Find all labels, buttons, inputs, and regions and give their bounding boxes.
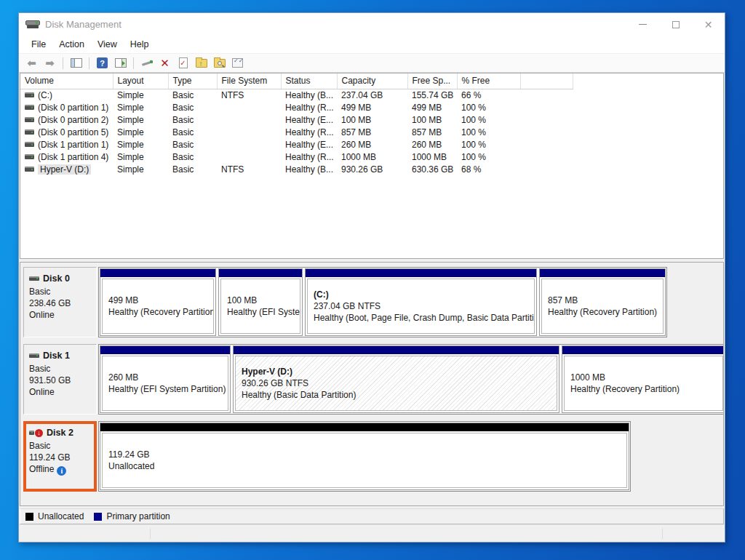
partition[interactable]: 100 MBHealthy (EFI System bbox=[218, 268, 303, 336]
col-type[interactable]: Type bbox=[168, 73, 217, 89]
volume-name: (Disk 1 partition 4) bbox=[38, 152, 108, 162]
primary-partition-bar bbox=[306, 269, 536, 277]
volume-icon bbox=[25, 129, 34, 135]
disk-2-row: ↓ Disk 2 Basic 119.24 GB Offlinei 119.24… bbox=[23, 421, 723, 492]
col-free-space[interactable]: Free Sp... bbox=[407, 73, 457, 89]
partition[interactable]: 1000 MBHealthy (Recovery Partition) bbox=[562, 345, 724, 413]
toolbar-separator bbox=[63, 57, 63, 69]
tool-icon[interactable] bbox=[138, 55, 155, 71]
disk-icon bbox=[29, 353, 39, 358]
disk-0-info-panel[interactable]: Disk 0 Basic 238.46 GB Online bbox=[23, 267, 97, 337]
disk-name: Disk 2 bbox=[47, 427, 73, 439]
back-icon[interactable]: ⬅ bbox=[23, 55, 40, 71]
disk-state: Online bbox=[29, 309, 92, 321]
table-row[interactable]: (Disk 1 partition 1) SimpleBasic Healthy… bbox=[20, 138, 573, 151]
disk-1-info-panel[interactable]: Disk 1 Basic 931.50 GB Online bbox=[23, 344, 97, 415]
disk-1-row: Disk 1 Basic 931.50 GB Online 260 MBHeal… bbox=[23, 344, 723, 415]
volume-name: (C:) bbox=[38, 90, 52, 100]
menu-help[interactable]: Help bbox=[124, 37, 156, 52]
legend-primary-partition: Primary partition bbox=[94, 511, 170, 521]
close-button[interactable]: ✕ bbox=[692, 13, 725, 36]
disk-kind: Basic bbox=[29, 440, 92, 452]
disk-0-row: Disk 0 Basic 238.46 GB Online 499 MBHeal… bbox=[23, 267, 723, 337]
disk-2-info-panel-highlighted[interactable]: ↓ Disk 2 Basic 119.24 GB Offlinei bbox=[23, 421, 97, 492]
col-status[interactable]: Status bbox=[281, 73, 337, 89]
toolbar-separator bbox=[133, 57, 134, 69]
volume-table: Volume Layout Type File System Status Ca… bbox=[20, 73, 573, 175]
primary-partition-swatch bbox=[94, 513, 102, 521]
minimize-button[interactable] bbox=[626, 13, 659, 36]
menu-action[interactable]: Action bbox=[52, 37, 91, 52]
table-row-selected[interactable]: Hyper-V (D:) SimpleBasic NTFSHealthy (B.… bbox=[20, 163, 573, 175]
menu-view[interactable]: View bbox=[91, 37, 124, 52]
forward-icon[interactable]: ➡ bbox=[41, 55, 58, 71]
title-bar: Disk Management ✕ bbox=[19, 13, 725, 36]
primary-partition-bar bbox=[219, 269, 302, 277]
volume-name: (Disk 0 partition 1) bbox=[38, 103, 108, 113]
status-divider bbox=[150, 528, 151, 539]
legend-bar: Unallocated Primary partition bbox=[20, 508, 724, 524]
disk-size: 238.46 GB bbox=[29, 297, 92, 309]
partition[interactable]: 499 MBHealthy (Recovery Partition bbox=[100, 268, 216, 336]
partition[interactable]: 260 MBHealthy (EFI System Partition) bbox=[100, 345, 231, 413]
col-capacity[interactable]: Capacity bbox=[337, 73, 407, 89]
action-pane-icon[interactable] bbox=[112, 55, 129, 71]
disk-1-partitions: 260 MBHealthy (EFI System Partition) Hyp… bbox=[98, 344, 724, 415]
disk-icon bbox=[29, 276, 39, 281]
disk-management-window: Disk Management ✕ File Action View Help … bbox=[18, 12, 725, 543]
delete-icon[interactable]: ✕ bbox=[156, 55, 173, 71]
volume-icon bbox=[25, 167, 34, 172]
disk-state: Online bbox=[29, 386, 92, 398]
disk-size: 119.24 GB bbox=[29, 452, 92, 463]
menu-file[interactable]: File bbox=[25, 37, 52, 52]
toolbar-separator bbox=[89, 57, 89, 69]
table-row[interactable]: (C:) SimpleBasic NTFSHealthy (B... 237.0… bbox=[20, 89, 573, 101]
menu-bar: File Action View Help bbox=[19, 36, 725, 54]
folder-up-icon[interactable]: ↑ bbox=[193, 55, 210, 71]
volume-icon bbox=[25, 105, 34, 110]
partition-selected[interactable]: Hyper-V (D:)930.26 GB NTFSHealthy (Basic… bbox=[233, 345, 559, 413]
unallocated-bar bbox=[100, 423, 629, 431]
partition[interactable]: 857 MBHealthy (Recovery Partition) bbox=[539, 268, 666, 336]
unallocated-region[interactable]: 119.24 GBUnallocated bbox=[100, 423, 629, 490]
table-row[interactable]: (Disk 0 partition 5) SimpleBasic Healthy… bbox=[20, 126, 573, 138]
col-pct-free[interactable]: % Free bbox=[457, 73, 520, 89]
table-row[interactable]: (Disk 0 partition 2) SimpleBasic Healthy… bbox=[20, 113, 573, 126]
checklist-icon[interactable]: ✓✓ bbox=[229, 55, 246, 71]
volume-icon bbox=[25, 154, 34, 159]
help-icon[interactable]: ? bbox=[94, 55, 111, 71]
disk-icon bbox=[29, 431, 34, 435]
volume-name: (Disk 0 partition 5) bbox=[38, 127, 108, 137]
disk-kind: Basic bbox=[29, 363, 92, 375]
disk-2-partitions: 119.24 GBUnallocated bbox=[98, 421, 631, 492]
offline-badge-icon: ↓ bbox=[35, 429, 43, 437]
status-bar bbox=[19, 524, 725, 542]
primary-partition-bar bbox=[100, 269, 215, 277]
disk-graphical-pane: Disk 0 Basic 238.46 GB Online 499 MBHeal… bbox=[20, 262, 724, 506]
disk-0-partitions: 499 MBHealthy (Recovery Partition 100 MB… bbox=[98, 267, 667, 337]
disk-name: Disk 1 bbox=[43, 350, 70, 361]
console-tree-icon[interactable] bbox=[68, 55, 84, 71]
volume-name: Hyper-V (D:) bbox=[38, 164, 91, 175]
toolbar: ⬅ ➡ ? ✕ ✓ ↑ ✓✓ bbox=[19, 54, 725, 73]
status-divider bbox=[662, 528, 663, 539]
folder-search-icon[interactable] bbox=[211, 55, 228, 71]
col-file-system[interactable]: File System bbox=[217, 73, 281, 89]
col-volume[interactable]: Volume bbox=[20, 73, 113, 89]
disk-state: Offlinei bbox=[29, 463, 92, 476]
disk-size: 931.50 GB bbox=[29, 375, 92, 386]
table-row[interactable]: (Disk 1 partition 4) SimpleBasic Healthy… bbox=[20, 151, 573, 163]
legend-unallocated: Unallocated bbox=[25, 511, 84, 521]
volume-name: (Disk 1 partition 1) bbox=[38, 140, 108, 150]
info-icon[interactable]: i bbox=[57, 466, 66, 476]
check-document-icon[interactable]: ✓ bbox=[175, 55, 191, 71]
unallocated-swatch bbox=[25, 513, 33, 521]
col-blank bbox=[520, 73, 573, 89]
table-row[interactable]: (Disk 0 partition 1) SimpleBasic Healthy… bbox=[20, 101, 573, 113]
partition[interactable]: (C:)237.04 GB NTFSHealthy (Boot, Page Fi… bbox=[305, 268, 537, 336]
primary-partition-bar bbox=[100, 346, 230, 354]
maximize-button[interactable] bbox=[659, 13, 692, 36]
col-layout[interactable]: Layout bbox=[113, 73, 168, 89]
window-title: Disk Management bbox=[45, 19, 121, 30]
primary-partition-bar bbox=[562, 346, 724, 354]
